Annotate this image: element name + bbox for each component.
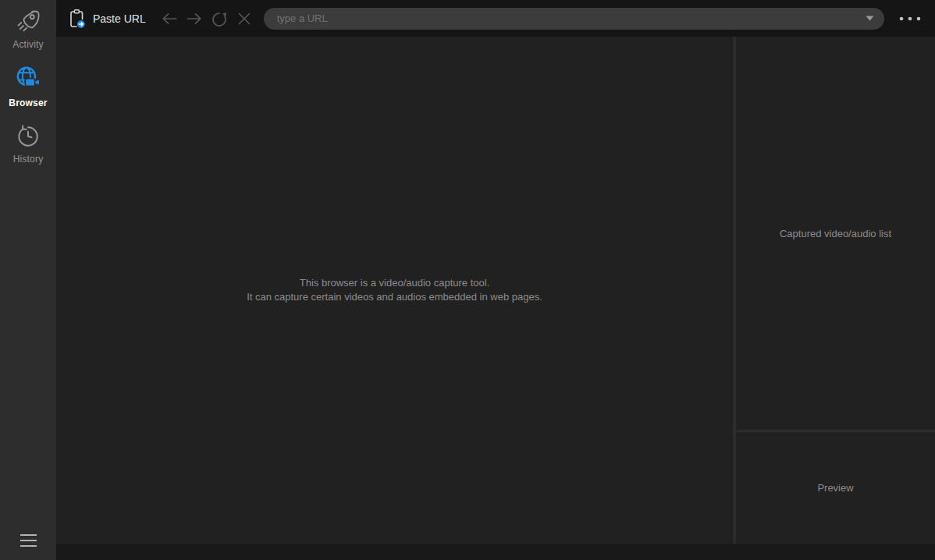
sidebar-item-label: History: [13, 154, 44, 165]
sidebar-item-activity[interactable]: Activity: [0, 7, 56, 50]
refresh-icon: [210, 9, 229, 28]
capture-browser-window: Activity Browser: [0, 0, 935, 560]
preview-label: Preview: [817, 482, 853, 494]
capture-tool-hint: This browser is a video/audio capture to…: [247, 276, 542, 304]
status-bar: [56, 544, 935, 560]
history-clock-icon: [15, 123, 41, 150]
sidebar-item-label: Activity: [12, 39, 44, 50]
hint-line-2: It can capture certain videos and audios…: [247, 290, 542, 304]
url-bar: [264, 8, 884, 30]
hint-line-1: This browser is a video/audio capture to…: [247, 276, 542, 290]
dropdown-caret-icon: [866, 16, 874, 21]
toolbar: Paste URL: [56, 0, 935, 37]
back-arrow-icon: [160, 9, 179, 28]
paste-url-button[interactable]: Paste URL: [67, 8, 146, 30]
browser-viewport: This browser is a video/audio capture to…: [56, 37, 733, 544]
more-options-button[interactable]: [895, 9, 925, 29]
more-options-icon: [899, 16, 921, 21]
paste-url-label: Paste URL: [93, 12, 146, 25]
sidebar-item-history[interactable]: History: [0, 123, 56, 165]
hamburger-menu-icon: [20, 534, 37, 536]
clipboard-paste-icon: [67, 8, 87, 30]
captured-list-label: Captured video/audio list: [780, 228, 891, 239]
rocket-icon: [14, 7, 42, 35]
url-dropdown-button[interactable]: [862, 11, 877, 27]
back-button[interactable]: [160, 9, 179, 28]
hamburger-menu-button[interactable]: [0, 532, 56, 549]
url-input[interactable]: [264, 8, 884, 30]
refresh-button[interactable]: [210, 9, 229, 28]
sidebar-item-browser[interactable]: Browser: [0, 64, 56, 108]
close-icon: [235, 9, 254, 28]
sidebar-item-label: Browser: [9, 97, 47, 108]
forward-button[interactable]: [185, 9, 204, 28]
sidebar: Activity Browser: [0, 0, 56, 560]
preview-panel: Preview: [736, 432, 935, 544]
globe-camera-icon: [13, 64, 43, 94]
captured-list-panel: Captured video/audio list: [736, 37, 935, 430]
forward-arrow-icon: [185, 9, 204, 28]
stop-button[interactable]: [235, 9, 254, 28]
right-panel: Captured video/audio list Preview: [736, 37, 935, 544]
